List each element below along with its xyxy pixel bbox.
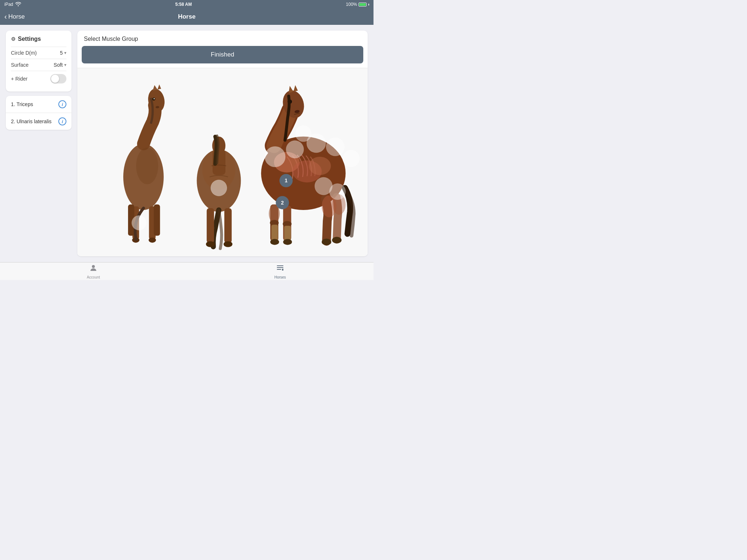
circle-d-value[interactable]: 5 ▾: [60, 50, 66, 56]
muscle-item-2-info-icon[interactable]: i: [58, 117, 66, 125]
back-button[interactable]: ‹ Horse: [4, 13, 25, 21]
gear-icon: ⚙: [11, 36, 16, 42]
toggle-knob: [51, 75, 59, 83]
circle-d-row: Circle D(m) 5 ▾: [11, 47, 66, 59]
svg-rect-19: [207, 208, 214, 243]
rider-row: + Rider: [11, 71, 66, 86]
svg-point-27: [309, 157, 331, 175]
back-label: Horse: [8, 13, 25, 20]
tab-horses[interactable]: Horses: [187, 262, 374, 280]
settings-card: ⚙ Settings Circle D(m) 5 ▾ Surface Soft …: [6, 31, 71, 92]
account-icon: [89, 264, 98, 275]
surface-dropdown-icon: ▾: [64, 62, 66, 67]
svg-point-7: [148, 238, 156, 243]
tab-horses-label: Horses: [274, 275, 286, 279]
svg-point-54: [329, 183, 345, 199]
svg-text:2: 2: [281, 200, 284, 206]
svg-point-48: [286, 141, 303, 158]
svg-point-41: [270, 239, 279, 245]
svg-marker-3: [158, 84, 161, 89]
svg-point-51: [295, 125, 311, 141]
horse-illustration: 1 2: [77, 68, 368, 256]
svg-point-50: [326, 137, 344, 156]
circle-d-number: 5: [60, 50, 63, 56]
svg-rect-40: [284, 226, 291, 241]
svg-rect-9: [154, 205, 160, 236]
nav-bar: ‹ Horse Horse: [0, 9, 374, 25]
status-bar: iPad 5:58 AM 100%: [0, 0, 374, 9]
status-time: 5:58 AM: [175, 2, 192, 7]
svg-point-59: [92, 265, 95, 268]
svg-marker-30: [293, 85, 298, 92]
circle-d-label: Circle D(m): [11, 50, 37, 56]
svg-rect-39: [271, 225, 278, 241]
nav-title: Horse: [178, 13, 196, 20]
muscle-item-1-label: 1. Triceps: [11, 101, 33, 107]
right-panel: Select Muscle Group Finished: [77, 31, 368, 256]
ipad-label: iPad: [4, 2, 13, 7]
main-content: ⚙ Settings Circle D(m) 5 ▾ Surface Soft …: [0, 25, 374, 262]
muscle-item-1[interactable]: 1. Triceps i: [6, 96, 71, 113]
rider-label: + Rider: [11, 76, 28, 82]
surface-label: Surface: [11, 62, 28, 68]
svg-point-21: [206, 241, 215, 247]
svg-point-47: [265, 147, 285, 167]
svg-rect-60: [277, 265, 283, 266]
surface-text: Soft: [54, 62, 63, 68]
status-right: 100%: [346, 2, 369, 7]
svg-text:1: 1: [285, 178, 287, 183]
tab-account-label: Account: [87, 275, 100, 279]
circle-d-dropdown-icon: ▾: [64, 50, 66, 55]
svg-point-23: [211, 180, 227, 196]
muscle-item-2[interactable]: 2. Ulnaris lateralis i: [6, 113, 71, 130]
svg-point-14: [132, 215, 146, 230]
svg-rect-20: [224, 208, 232, 243]
muscle-item-1-info-icon[interactable]: i: [58, 100, 66, 108]
svg-rect-64: [282, 268, 283, 269]
svg-point-22: [224, 241, 232, 247]
settings-title: ⚙ Settings: [11, 36, 66, 42]
horse-area: 1 2: [77, 68, 368, 256]
status-left: iPad: [4, 2, 21, 7]
muscle-item-2-label: 2. Ulnaris lateralis: [11, 118, 51, 124]
svg-point-45: [322, 239, 331, 245]
svg-rect-61: [277, 267, 283, 268]
rider-toggle[interactable]: [50, 74, 66, 83]
svg-point-52: [342, 150, 359, 167]
select-muscle-group-header: Select Muscle Group: [77, 31, 368, 46]
horses-icon: [276, 264, 285, 275]
muscle-list-card: 1. Triceps i 2. Ulnaris lateralis i: [6, 96, 71, 130]
tab-account[interactable]: Account: [0, 262, 187, 280]
finished-button[interactable]: Finished: [82, 46, 363, 63]
left-panel: ⚙ Settings Circle D(m) 5 ▾ Surface Soft …: [6, 31, 71, 256]
svg-rect-65: [283, 268, 283, 269]
svg-rect-62: [277, 269, 281, 270]
battery-tip: [368, 4, 369, 5]
battery-percent: 100%: [346, 2, 357, 7]
wifi-icon: [15, 2, 21, 7]
surface-row: Surface Soft ▾: [11, 59, 66, 71]
svg-point-13: [136, 148, 158, 184]
surface-value[interactable]: Soft ▾: [54, 62, 66, 68]
tab-bar: Account Horses: [0, 262, 374, 280]
back-chevron-icon: ‹: [4, 12, 7, 21]
battery-icon: [359, 3, 367, 7]
svg-point-42: [283, 239, 292, 245]
svg-point-46: [332, 237, 341, 244]
svg-point-11: [154, 98, 155, 99]
